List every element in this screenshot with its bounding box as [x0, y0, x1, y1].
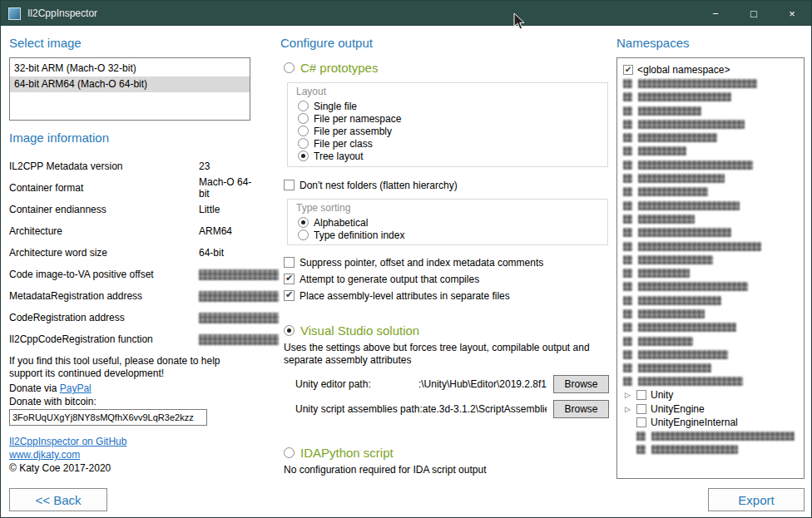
- output-checkbox-row[interactable]: Place assembly-level attributes in separ…: [284, 289, 543, 302]
- sorting-option-row[interactable]: Alphabetical: [298, 216, 604, 229]
- output-checkbox-row[interactable]: Suppress pointer, offset and index metad…: [284, 256, 543, 269]
- namespace-row[interactable]: [623, 131, 804, 144]
- ida-radio[interactable]: [284, 447, 295, 458]
- layout-option-radio[interactable]: [298, 138, 309, 149]
- github-link[interactable]: Il2CppInspector on GitHub: [9, 436, 126, 447]
- info-row: MetadataRegistration address: [9, 285, 252, 307]
- paypal-link[interactable]: PayPal: [60, 382, 92, 394]
- sorting-option-radio[interactable]: [298, 229, 309, 240]
- namespace-checkbox[interactable]: [623, 65, 633, 75]
- output-checkboxes: Suppress pointer, offset and index metad…: [284, 256, 543, 306]
- namespace-row[interactable]: [623, 239, 804, 253]
- flatten-checkbox[interactable]: [284, 180, 295, 190]
- app-icon: [8, 7, 21, 20]
- namespace-row[interactable]: [623, 307, 804, 320]
- namespace-row[interactable]: [623, 104, 804, 117]
- visual-studio-option[interactable]: Visual Studio solution: [284, 323, 419, 338]
- layout-option-row[interactable]: File per namespace: [298, 112, 604, 125]
- namespace-row[interactable]: [623, 76, 804, 90]
- csharp-label: C# prototypes: [300, 61, 378, 75]
- namespace-label: <global namespace>: [637, 64, 730, 76]
- sorting-options: AlphabeticalType definition index: [298, 216, 604, 241]
- namespace-row[interactable]: [623, 185, 804, 199]
- namespace-row[interactable]: [623, 117, 804, 131]
- namespace-row[interactable]: [623, 253, 804, 266]
- layout-option-radio[interactable]: [298, 113, 309, 124]
- back-button[interactable]: << Back: [9, 488, 107, 511]
- layout-option-label: Tree layout: [314, 150, 364, 162]
- namespace-row[interactable]: [623, 280, 804, 294]
- namespace-row[interactable]: [623, 158, 804, 171]
- layout-option-row[interactable]: File per class: [298, 137, 604, 150]
- namespace-row[interactable]: [623, 199, 804, 212]
- namespace-checkbox[interactable]: [636, 390, 646, 400]
- namespace-row[interactable]: [623, 375, 804, 388]
- layout-option-row[interactable]: Tree layout: [298, 150, 604, 162]
- namespace-row[interactable]: [623, 334, 804, 348]
- sorting-option-label: Type definition index: [314, 229, 404, 241]
- layout-option-row[interactable]: Single file: [298, 100, 604, 112]
- namespace-row[interactable]: [623, 362, 804, 375]
- namespace-label: UnityEngineInternal: [651, 417, 738, 428]
- namespace-row[interactable]: [623, 226, 804, 239]
- redacted-namespace: [638, 160, 753, 170]
- redacted-namespace: [638, 269, 690, 278]
- redacted-checkbox: [623, 160, 632, 170]
- layout-option-radio[interactable]: [298, 126, 309, 136]
- bitcoin-address-input[interactable]: [9, 409, 207, 426]
- image-list[interactable]: 32-bit ARM (Mach-O 32-bit)64-bit ARM64 (…: [9, 57, 250, 121]
- namespace-row[interactable]: ▷Unity: [623, 388, 804, 402]
- namespace-row[interactable]: ▷UnityEngine: [623, 402, 804, 415]
- layout-option-radio[interactable]: [298, 101, 309, 111]
- idapython-option[interactable]: IDAPython script: [284, 446, 394, 460]
- info-row: Container endiannessLittle: [9, 199, 252, 220]
- info-label: MetadataRegistration address: [9, 290, 199, 302]
- redacted-namespace: [638, 92, 731, 101]
- namespace-checkbox[interactable]: [636, 417, 646, 427]
- namespace-row[interactable]: [623, 212, 804, 225]
- namespace-row[interactable]: UnityEngineInternal: [623, 416, 804, 429]
- browse-button[interactable]: Browse: [553, 400, 609, 418]
- expander-icon[interactable]: ▷: [623, 405, 632, 413]
- output-checkbox[interactable]: [284, 290, 295, 301]
- export-button[interactable]: Export: [708, 488, 805, 511]
- redacted-namespace: [638, 363, 711, 372]
- namespace-row[interactable]: [623, 429, 804, 442]
- namespace-row[interactable]: <global namespace>: [623, 63, 804, 76]
- expander-icon[interactable]: ▷: [623, 391, 632, 399]
- namespace-row[interactable]: [623, 321, 804, 334]
- image-list-item[interactable]: 32-bit ARM (Mach-O 32-bit): [10, 61, 250, 76]
- layout-option-radio[interactable]: [298, 150, 309, 161]
- namespace-row[interactable]: [623, 91, 804, 104]
- visual-studio-radio[interactable]: [284, 325, 295, 336]
- namespace-row[interactable]: [623, 348, 804, 361]
- sorting-option-radio[interactable]: [298, 217, 309, 228]
- browse-button[interactable]: Browse: [553, 375, 609, 393]
- redacted-checkbox: [636, 432, 646, 441]
- sorting-option-row[interactable]: Type definition index: [298, 229, 604, 241]
- output-checkbox-row[interactable]: Attempt to generate output that compiles: [284, 273, 543, 285]
- csharp-prototypes-option[interactable]: C# prototypes: [284, 61, 378, 75]
- redacted-namespace: [638, 187, 708, 196]
- csharp-radio[interactable]: [284, 62, 295, 73]
- namespace-row[interactable]: [623, 294, 804, 307]
- image-list-item[interactable]: 64-bit ARM64 (Mach-O 64-bit): [10, 76, 250, 92]
- output-checkbox[interactable]: [284, 257, 295, 268]
- namespace-tree[interactable]: <global namespace>▷Unity▷UnityEngineUnit…: [616, 57, 805, 479]
- namespace-row[interactable]: [623, 145, 804, 158]
- maximize-icon[interactable]: □: [735, 1, 773, 26]
- namespace-row[interactable]: [623, 266, 804, 279]
- minimize-icon[interactable]: −: [696, 1, 735, 26]
- namespace-row[interactable]: [623, 171, 804, 185]
- output-checkbox-label: Suppress pointer, offset and index metad…: [300, 257, 543, 269]
- output-checkbox[interactable]: [284, 274, 295, 284]
- layout-option-label: File per class: [314, 138, 373, 150]
- website-link[interactable]: www.djkaty.com: [9, 449, 80, 461]
- titlebar[interactable]: Il2CppInspector − □ ×: [1, 1, 811, 26]
- layout-option-row[interactable]: File per assembly: [298, 125, 604, 137]
- redacted-value: [199, 291, 279, 302]
- close-icon[interactable]: ×: [773, 1, 811, 26]
- namespace-row[interactable]: [623, 442, 804, 456]
- flatten-checkbox-row[interactable]: Don't nest folders (flatten hierarchy): [284, 179, 458, 191]
- namespace-checkbox[interactable]: [636, 404, 646, 414]
